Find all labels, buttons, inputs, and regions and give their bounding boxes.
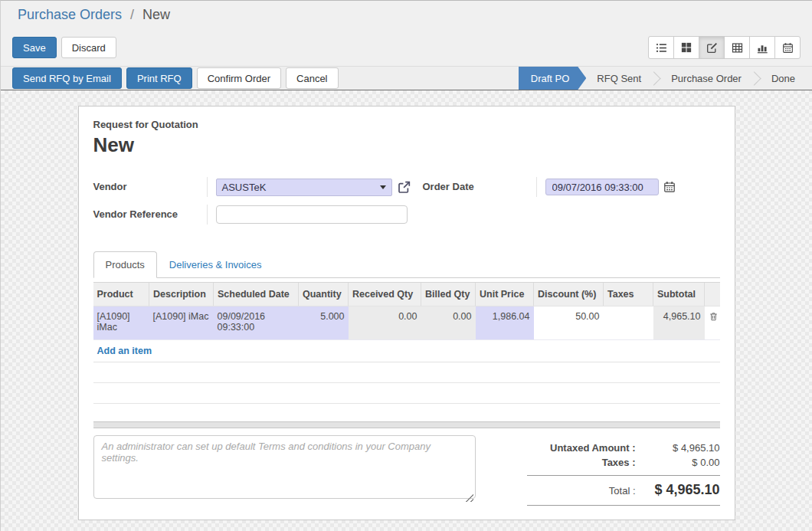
confirm-order-button[interactable]: Confirm Order bbox=[197, 67, 281, 89]
table-header-row: Product Description Scheduled Date Quant… bbox=[93, 283, 720, 306]
control-panel-action-row: Send RFQ by Email Print RFQ Confirm Orde… bbox=[1, 66, 812, 90]
col-scheduled-date: Scheduled Date bbox=[214, 283, 299, 306]
cell-scheduled-date[interactable]: 09/09/2016 09:33:00 bbox=[214, 306, 299, 340]
col-billed-qty: Billed Qty bbox=[421, 283, 476, 306]
statusbar: Draft PO RFQ Sent Purchase Order Done bbox=[519, 67, 812, 90]
view-graph-button[interactable] bbox=[749, 36, 775, 59]
untaxed-amount-label: Untaxed Amount : bbox=[527, 442, 647, 454]
vendor-reference-input[interactable] bbox=[216, 205, 408, 224]
terms-and-conditions-field bbox=[93, 435, 476, 506]
list-view-icon bbox=[656, 42, 667, 54]
save-button[interactable]: Save bbox=[12, 37, 57, 58]
vendor-reference-label: Vendor Reference bbox=[93, 205, 207, 225]
cell-billed-qty: 0.00 bbox=[421, 306, 476, 340]
col-actions bbox=[705, 283, 720, 306]
col-quantity: Quantity bbox=[299, 283, 349, 306]
cell-quantity[interactable]: 5.000 bbox=[299, 306, 349, 340]
add-an-item-link[interactable]: Add an item bbox=[97, 346, 152, 356]
page-title: New bbox=[93, 133, 720, 157]
kanban-view-icon bbox=[681, 42, 692, 53]
statusbar-step-rfq-sent[interactable]: RFQ Sent bbox=[586, 67, 652, 90]
order-date-label: Order Date bbox=[423, 177, 536, 197]
vendor-label: Vendor bbox=[93, 177, 207, 197]
totals-divider bbox=[527, 475, 720, 476]
view-list-button[interactable] bbox=[648, 36, 674, 59]
col-discount: Discount (%) bbox=[534, 283, 604, 306]
open-vendor-record-button[interactable] bbox=[398, 181, 411, 194]
statusbar-step-draft-po[interactable]: Draft PO bbox=[519, 67, 587, 90]
cell-unit-price[interactable]: 1,986.04 bbox=[476, 306, 534, 340]
order-lines-table: Product Description Scheduled Date Quant… bbox=[93, 282, 720, 404]
col-unit-price: Unit Price bbox=[476, 283, 534, 306]
discard-button[interactable]: Discard bbox=[61, 37, 116, 58]
breadcrumb: Purchase Orders / New bbox=[18, 7, 170, 23]
document-type-label: Request for Quotation bbox=[93, 119, 720, 130]
breadcrumb-separator: / bbox=[130, 7, 134, 22]
statusbar-step-done[interactable]: Done bbox=[761, 67, 806, 90]
section-separator bbox=[93, 421, 720, 428]
pivot-view-icon bbox=[732, 42, 743, 54]
col-subtotal: Subtotal bbox=[653, 283, 705, 306]
totals-panel: Untaxed Amount : $ 4,965.10 Taxes : $ 0.… bbox=[527, 435, 720, 506]
col-product: Product bbox=[93, 283, 149, 306]
taxes-label: Taxes : bbox=[527, 457, 647, 468]
taxes-value: $ 0.00 bbox=[647, 457, 720, 468]
view-calendar-button[interactable] bbox=[774, 36, 801, 59]
view-form-button[interactable] bbox=[699, 36, 725, 59]
terms-textarea[interactable] bbox=[93, 435, 476, 499]
print-rfq-button[interactable]: Print RFQ bbox=[126, 67, 192, 89]
trash-icon bbox=[709, 313, 719, 324]
delete-row-button[interactable] bbox=[705, 306, 720, 340]
tab-deliveries-invoices[interactable]: Deliveries & Invoices bbox=[157, 251, 274, 278]
total-label: Total : bbox=[527, 485, 647, 497]
add-item-row: Add an item bbox=[93, 340, 720, 362]
view-pivot-button[interactable] bbox=[724, 36, 750, 59]
cell-discount[interactable]: 50.00 bbox=[534, 306, 604, 340]
vendor-select[interactable]: ASUSTeK bbox=[216, 179, 392, 196]
cell-subtotal: 4,965.10 bbox=[653, 306, 705, 340]
field-groups: Vendor ASUSTeK bbox=[93, 177, 720, 232]
table-row[interactable]: [A1090] iMac [A1090] iMac 09/09/2016 09:… bbox=[93, 306, 720, 340]
send-rfq-by-email-button[interactable]: Send RFQ by Email bbox=[12, 67, 122, 89]
empty-row bbox=[93, 362, 720, 383]
chevron-down-icon bbox=[380, 185, 386, 189]
total-value: $ 4,965.10 bbox=[647, 482, 720, 498]
datepicker-calendar-icon[interactable] bbox=[663, 181, 676, 193]
col-taxes: Taxes bbox=[604, 283, 653, 306]
col-description: Description bbox=[149, 283, 214, 306]
breadcrumb-parent-link[interactable]: Purchase Orders bbox=[18, 7, 122, 22]
control-panel-breadcrumb-row: Purchase Orders / New bbox=[1, 1, 812, 29]
cell-description[interactable]: [A1090] iMac bbox=[149, 306, 214, 340]
form-sheet: Request for Quotation New Vendor ASUSTeK bbox=[78, 106, 735, 520]
statusbar-step-purchase-order[interactable]: Purchase Order bbox=[660, 67, 752, 90]
untaxed-amount-value: $ 4,965.10 bbox=[647, 442, 720, 454]
cell-received-qty: 0.00 bbox=[349, 306, 421, 340]
col-received-qty: Received Qty bbox=[349, 283, 421, 306]
notebook-tabs: Products Deliveries & Invoices bbox=[93, 251, 720, 278]
form-view-background: Request for Quotation New Vendor ASUSTeK bbox=[1, 90, 812, 531]
cancel-button[interactable]: Cancel bbox=[286, 67, 338, 89]
graph-view-icon bbox=[757, 42, 768, 54]
cell-product[interactable]: [A1090] iMac bbox=[93, 306, 149, 340]
breadcrumb-current: New bbox=[142, 7, 170, 22]
control-panel-buttons-row: Save Discard bbox=[1, 29, 812, 66]
view-kanban-button[interactable] bbox=[673, 36, 699, 59]
view-switcher bbox=[648, 36, 801, 59]
cell-taxes[interactable] bbox=[604, 306, 653, 340]
calendar-view-icon bbox=[782, 42, 794, 54]
tab-products[interactable]: Products bbox=[93, 251, 157, 278]
vendor-select-value: ASUSTeK bbox=[222, 182, 267, 193]
empty-row bbox=[93, 383, 720, 404]
order-date-input[interactable] bbox=[545, 179, 659, 195]
form-view-icon bbox=[706, 42, 718, 54]
